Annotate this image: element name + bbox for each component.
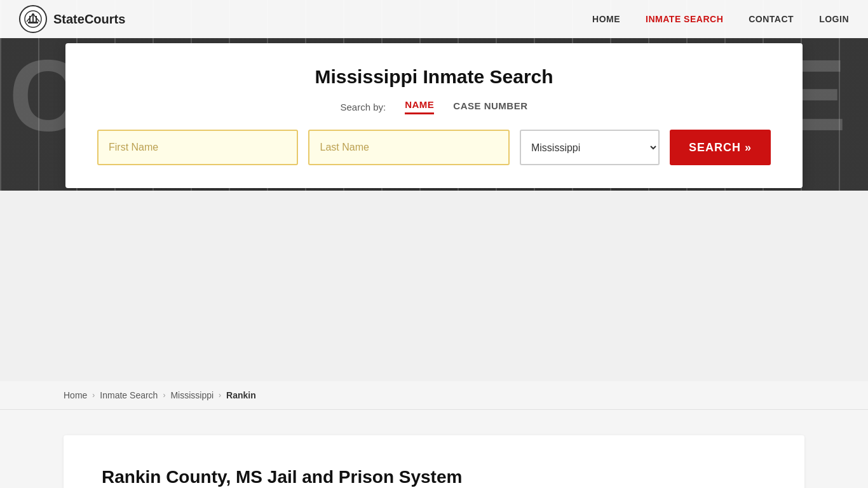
breadcrumb-sep-1: › [92, 391, 95, 400]
first-name-input[interactable] [97, 130, 298, 165]
search-by-label: Search by: [340, 102, 386, 112]
logo-icon [19, 5, 47, 33]
search-row: Mississippi Alabama Louisiana Tennessee … [97, 130, 771, 165]
breadcrumb-current: Rankin [226, 390, 256, 400]
nav-home[interactable]: HOME [592, 14, 620, 24]
svg-rect-1 [28, 22, 38, 24]
svg-point-5 [32, 13, 34, 16]
nav-login[interactable]: LOGIN [819, 14, 849, 24]
search-button[interactable]: SEARCH » [670, 130, 771, 165]
svg-rect-3 [32, 16, 34, 22]
search-title: Mississippi Inmate Search [97, 66, 771, 88]
logo-text: StateCourts [53, 12, 125, 27]
navbar: StateCourts HOME INMATE SEARCH CONTACT L… [0, 0, 868, 38]
nav-contact[interactable]: CONTACT [749, 14, 794, 24]
breadcrumb-sep-2: › [163, 391, 165, 400]
tab-case-number[interactable]: CASE NUMBER [453, 100, 527, 114]
last-name-input[interactable] [308, 130, 509, 165]
breadcrumb-inmate-search[interactable]: Inmate Search [100, 390, 158, 400]
breadcrumb-mississippi[interactable]: Mississippi [170, 390, 214, 400]
nav-inmate-search[interactable]: INMATE SEARCH [646, 14, 723, 24]
nav-links: HOME INMATE SEARCH CONTACT LOGIN [592, 14, 849, 24]
header: COURTHOUSE StateCourts HOME INMATE SEARC… [0, 0, 868, 191]
search-tabs: Search by: NAME CASE NUMBER [97, 99, 771, 114]
logo-area: StateCourts [19, 5, 592, 33]
content-card: Rankin County, MS Jail and Prison System… [64, 435, 804, 488]
search-card: Mississippi Inmate Search Search by: NAM… [65, 43, 803, 188]
state-select[interactable]: Mississippi Alabama Louisiana Tennessee [520, 130, 660, 165]
breadcrumb-sep-3: › [219, 391, 221, 400]
county-title: Rankin County, MS Jail and Prison System [102, 467, 766, 487]
breadcrumb-home[interactable]: Home [64, 390, 87, 400]
breadcrumb: Home › Inmate Search › Mississippi › Ran… [0, 381, 868, 410]
tab-name[interactable]: NAME [405, 99, 434, 114]
main-content: Rankin County, MS Jail and Prison System… [0, 410, 868, 488]
